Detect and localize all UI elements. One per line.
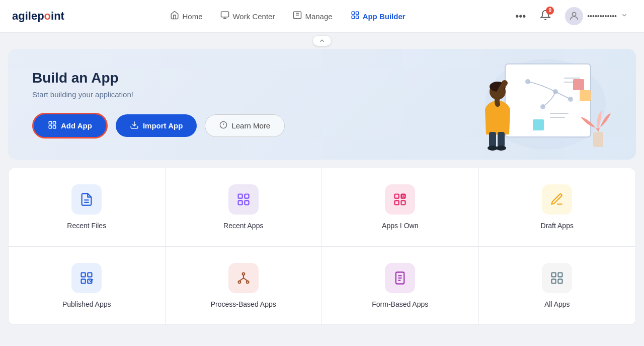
learn-more-icon — [219, 121, 227, 130]
cards-row-2: Published Apps Process-Based Apps Form-B… — [8, 246, 636, 325]
draft-apps-label: Draft Apps — [541, 222, 574, 230]
svg-rect-6 — [352, 12, 354, 14]
svg-rect-44 — [238, 200, 242, 204]
home-icon — [170, 11, 179, 22]
svg-rect-36 — [498, 132, 505, 147]
build-app-banner: Build an App Start building your applica… — [8, 49, 636, 160]
svg-rect-46 — [395, 194, 399, 198]
svg-rect-42 — [238, 194, 242, 198]
svg-rect-68 — [558, 273, 562, 277]
recent-files-icon-wrap — [71, 184, 102, 215]
process-based-apps-label: Process-Based Apps — [211, 300, 276, 308]
more-button[interactable]: ••• — [511, 7, 530, 26]
svg-rect-54 — [88, 273, 92, 277]
card-process-based-apps[interactable]: Process-Based Apps — [166, 247, 323, 324]
add-app-label: Add App — [61, 121, 92, 130]
all-apps-label: All Apps — [544, 300, 570, 308]
card-form-based-apps[interactable]: Form-Based Apps — [322, 247, 479, 324]
add-app-button[interactable]: Add App — [32, 113, 108, 139]
collapse-handle[interactable] — [0, 33, 644, 49]
svg-line-62 — [244, 278, 248, 281]
notification-button[interactable]: 0 — [536, 6, 555, 27]
main-nav: Home Work Center Manage App Builder — [162, 7, 413, 26]
banner-illustration — [445, 54, 616, 155]
svg-rect-35 — [489, 132, 496, 147]
svg-rect-0 — [221, 12, 229, 17]
nav-manage-label: Manage — [305, 12, 332, 21]
svg-point-34 — [502, 80, 508, 86]
header-right: ••• 0 •••••••••••• — [511, 5, 632, 27]
svg-rect-30 — [580, 90, 591, 101]
import-app-button[interactable]: Import App — [116, 114, 197, 137]
published-apps-icon-wrap — [71, 263, 102, 293]
all-apps-icon-wrap — [542, 263, 572, 293]
svg-rect-55 — [82, 279, 86, 283]
nav-workcenter[interactable]: Work Center — [212, 7, 283, 26]
svg-point-38 — [496, 146, 506, 151]
draft-apps-icon-wrap — [542, 184, 572, 215]
card-all-apps[interactable]: All Apps — [479, 247, 636, 324]
svg-point-57 — [242, 273, 245, 275]
card-recent-apps[interactable]: Recent Apps — [166, 168, 323, 246]
svg-rect-49 — [401, 200, 406, 204]
svg-rect-13 — [49, 126, 51, 128]
svg-rect-45 — [245, 200, 249, 204]
svg-rect-53 — [82, 273, 86, 277]
appbuilder-icon — [351, 11, 360, 22]
nav-home[interactable]: Home — [162, 7, 210, 26]
collapse-button[interactable] — [313, 36, 331, 46]
svg-rect-69 — [552, 279, 556, 283]
logo[interactable]: agilepoint — [12, 10, 64, 23]
nav-home-label: Home — [182, 12, 202, 21]
svg-rect-67 — [552, 273, 556, 277]
apps-i-own-label: Apps I Own — [382, 222, 418, 230]
apps-i-own-icon-wrap — [385, 184, 415, 215]
learn-more-label: Learn More — [231, 121, 270, 130]
nav-appbuilder[interactable]: App Builder — [343, 7, 414, 26]
published-apps-label: Published Apps — [62, 300, 111, 308]
username: •••••••••••• — [587, 12, 617, 20]
svg-line-61 — [239, 278, 244, 281]
nav-manage[interactable]: Manage — [285, 7, 340, 26]
add-app-icon — [48, 120, 57, 131]
card-draft-apps[interactable]: Draft Apps — [479, 168, 636, 246]
card-published-apps[interactable]: Published Apps — [9, 247, 166, 324]
svg-point-58 — [238, 281, 240, 284]
svg-rect-29 — [573, 79, 584, 90]
card-apps-i-own[interactable]: Apps I Own — [322, 168, 479, 246]
svg-rect-7 — [356, 12, 358, 14]
card-recent-files[interactable]: Recent Files — [9, 168, 166, 246]
avatar — [565, 7, 583, 25]
svg-rect-20 — [505, 64, 591, 137]
svg-rect-11 — [49, 121, 51, 124]
svg-rect-48 — [395, 200, 399, 204]
logo-text: agilepoint — [12, 10, 64, 23]
learn-more-button[interactable]: Learn More — [205, 114, 285, 137]
user-chevron-icon — [621, 12, 628, 21]
nav-appbuilder-label: App Builder — [363, 12, 406, 21]
process-based-apps-icon-wrap — [228, 263, 259, 293]
user-section[interactable]: •••••••••••• — [561, 5, 632, 27]
form-based-apps-icon-wrap — [385, 263, 415, 293]
cards-row-1: Recent Files Recent Apps Apps I Own Draf… — [8, 168, 636, 246]
svg-rect-8 — [352, 16, 354, 19]
svg-rect-70 — [558, 279, 562, 283]
svg-rect-39 — [593, 132, 603, 147]
svg-rect-9 — [356, 16, 358, 19]
import-app-label: Import App — [143, 121, 183, 130]
recent-apps-label: Recent Apps — [223, 222, 263, 230]
recent-apps-icon-wrap — [228, 184, 259, 215]
svg-rect-12 — [53, 121, 56, 124]
svg-rect-43 — [245, 194, 249, 198]
nav-workcenter-label: Work Center — [232, 12, 275, 21]
svg-point-59 — [247, 281, 249, 284]
svg-rect-31 — [533, 119, 544, 130]
svg-rect-14 — [53, 126, 56, 128]
manage-icon — [293, 11, 302, 22]
svg-point-10 — [573, 13, 576, 16]
notification-badge: 0 — [546, 7, 554, 15]
recent-files-label: Recent Files — [67, 222, 106, 230]
main-header: agilepoint Home Work Center Manage Ap — [0, 0, 644, 33]
form-based-apps-label: Form-Based Apps — [372, 300, 428, 308]
workcenter-icon — [220, 11, 229, 22]
